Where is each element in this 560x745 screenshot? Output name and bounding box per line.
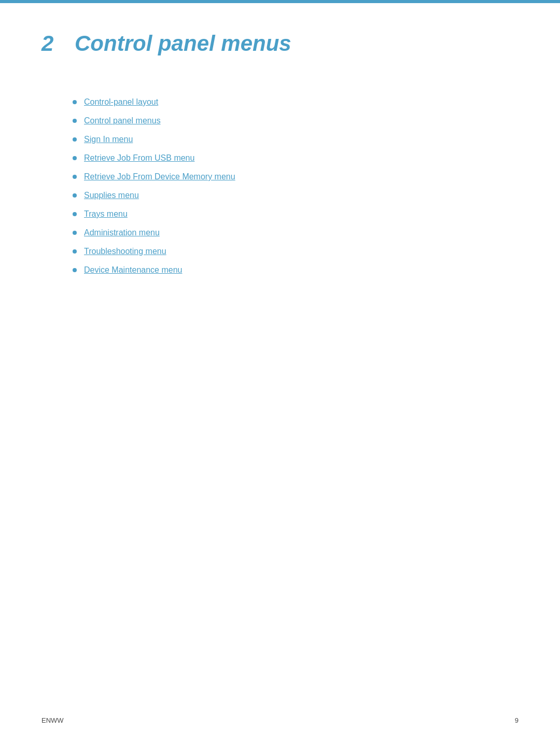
footer-left-label: ENWW [41,716,64,724]
footer: ENWW 9 [41,716,519,724]
list-item: Troubleshooting menu [73,247,519,256]
chapter-title: Control panel menus [75,31,291,56]
list-item: Administration menu [73,228,519,237]
toc-list: Control-panel layoutControl panel menusS… [73,97,519,275]
list-item: Supplies menu [73,191,519,200]
list-item: Trays menu [73,209,519,219]
bullet-icon [73,193,77,198]
bullet-icon [73,212,77,216]
list-item: Sign In menu [73,135,519,144]
toc-link-administration-menu[interactable]: Administration menu [84,228,160,237]
toc-link-control-panel-layout[interactable]: Control-panel layout [84,97,158,107]
toc-link-troubleshooting-menu[interactable]: Troubleshooting menu [84,247,166,256]
chapter-number: 2 [41,31,62,56]
bullet-icon [73,231,77,235]
bullet-icon [73,268,77,272]
toc-link-retrieve-job-from-usb-menu[interactable]: Retrieve Job From USB menu [84,153,194,163]
toc-link-retrieve-job-from-device-memory-menu[interactable]: Retrieve Job From Device Memory menu [84,172,235,181]
toc-link-supplies-menu[interactable]: Supplies menu [84,191,139,200]
bullet-icon [73,100,77,104]
bullet-icon [73,249,77,254]
footer-right-label: 9 [515,716,519,724]
list-item: Control-panel layout [73,97,519,107]
bullet-icon [73,175,77,179]
toc-link-control-panel-menus[interactable]: Control panel menus [84,116,161,125]
toc-link-sign-in-menu[interactable]: Sign In menu [84,135,133,144]
list-item: Device Maintenance menu [73,265,519,275]
list-item: Retrieve Job From USB menu [73,153,519,163]
list-item: Retrieve Job From Device Memory menu [73,172,519,181]
bullet-icon [73,119,77,123]
toc-link-device-maintenance-menu[interactable]: Device Maintenance menu [84,265,182,275]
bullet-icon [73,156,77,160]
chapter-header: 2 Control panel menus [41,31,519,56]
list-item: Control panel menus [73,116,519,125]
bullet-icon [73,137,77,142]
toc-link-trays-menu[interactable]: Trays menu [84,209,128,219]
